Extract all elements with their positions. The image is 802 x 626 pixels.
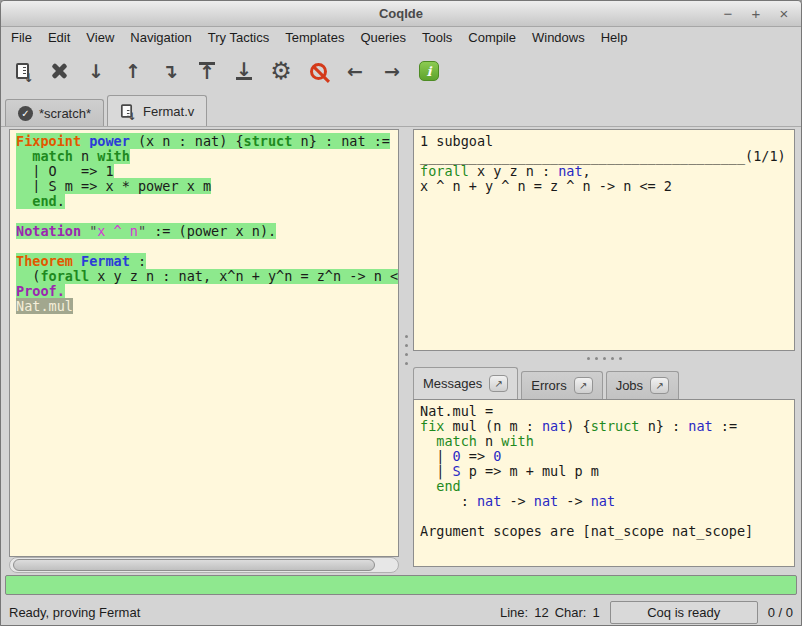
tab-errors[interactable]: Errors↗ [521,371,602,399]
previous-occurrence-button[interactable]: ← [340,54,370,88]
maximize-button[interactable]: + [749,5,763,22]
code-line: Argument scopes are [nat_scope nat_scope… [420,524,794,539]
editor-horizontal-scrollbar[interactable] [9,557,399,573]
unsaved-file-icon [121,104,132,118]
fully-check-button[interactable]: ⚙ [266,54,296,88]
arrow-down-icon: ↓ [88,60,104,82]
menu-tools[interactable]: Tools [414,27,460,49]
restart-button[interactable]: ↑ [192,54,222,88]
code-line: | S p => m + mul p m [420,464,794,479]
gear-icon: ⚙ [270,57,292,85]
arrow-down-to-bar-icon: ↓ [236,62,252,80]
go-to-cursor-button[interactable]: ↴ [155,54,185,88]
code-line: match n with [420,434,794,449]
menubar: FileEditViewNavigationTry TacticsTemplat… [1,27,801,49]
save-button[interactable] [7,54,37,88]
save-icon [16,63,29,79]
code-line [420,509,794,524]
code-line: 1 subgoal [420,134,794,149]
check-circle-icon: ✓ [18,106,33,121]
forward-one-command-button[interactable]: ↓ [81,54,111,88]
hook-arrow-icon: ↴ [162,60,178,82]
code-line: Nat.mul [16,299,398,314]
close-icon [51,63,67,79]
about-button[interactable]: i [414,54,444,88]
interrupt-icon [310,63,327,80]
menu-try-tactics[interactable]: Try Tactics [200,27,277,49]
line-label: Line: [500,605,528,620]
messages-panel[interactable]: Nat.mul =fix mul (n m : nat) {struct n} … [413,399,795,567]
tab-label: Jobs [616,378,643,393]
menu-queries[interactable]: Queries [352,27,414,49]
arrow-up-icon: ↑ [125,60,141,82]
code-line [16,239,398,254]
code-line: match n with [16,149,398,164]
code-line: Notation "x ^ n" := (power x n). [16,224,398,239]
char-label: Char: [555,605,587,620]
code-line: | S m => x * power x m [16,179,398,194]
tab-fermatv[interactable]: Fermat.v [107,95,207,126]
tab-messages[interactable]: Messages↗ [413,367,518,399]
tab-scratch[interactable]: ✓*scratch* [5,99,104,126]
coq-state-indicator: Coq is ready [610,601,758,624]
arrow-right-icon: → [384,60,400,82]
code-line: | 0 => 0 [420,449,794,464]
menu-compile[interactable]: Compile [460,27,524,49]
menu-view[interactable]: View [78,27,122,49]
menu-templates[interactable]: Templates [277,27,352,49]
interrupt-button[interactable] [303,54,333,88]
tab-label: *scratch* [39,106,91,121]
menu-navigation[interactable]: Navigation [122,27,199,49]
messages-code: Nat.mul =fix mul (n m : nat) {struct n} … [414,400,794,539]
script-editor-panel[interactable]: Fixpoint power (x n : nat) {struct n} : … [9,129,399,557]
goal-code: 1 subgoal_______________________________… [414,130,794,194]
minimize-button[interactable]: − [721,5,735,22]
code-line: (forall x y z n : nat, x^n + y^n = z^n -… [16,269,398,284]
info-bubble-icon: i [419,61,439,81]
command-counter: 0 / 0 [768,605,793,620]
detach-errors-button[interactable]: ↗ [574,377,593,394]
editor-code[interactable]: Fixpoint power (x n : nat) {struct n} : … [10,130,398,314]
progress-bar [5,575,797,595]
toolbar: ↓↑↴↑↓⚙←→i [1,49,801,93]
tab-label: Messages [423,376,482,391]
window-title: CoqIde [1,6,801,21]
code-line: Fixpoint power (x n : nat) {struct n} : … [16,134,398,149]
backward-one-command-button[interactable]: ↑ [118,54,148,88]
scrollbar-thumb[interactable] [13,559,375,571]
code-line: Proof. [16,284,398,299]
code-line: : nat -> nat -> nat [420,494,794,509]
char-value: 1 [592,605,599,620]
status-message: Ready, proving Fermat [9,605,500,620]
code-line: forall x y z n : nat, [420,164,794,179]
go-to-end-button[interactable]: ↓ [229,54,259,88]
window-controls: − + × [721,5,791,22]
menu-help[interactable]: Help [593,27,636,49]
code-line [16,209,398,224]
menu-windows[interactable]: Windows [524,27,593,49]
tab-label: Fermat.v [143,104,194,119]
messages-tabbar: Messages↗Errors↗Jobs↗ [413,365,795,399]
titlebar[interactable]: CoqIde − + × [1,1,801,27]
line-value: 12 [534,605,548,620]
vertical-splitter[interactable] [399,127,413,573]
goal-panel[interactable]: 1 subgoal_______________________________… [413,129,795,351]
arrow-up-to-bar-icon: ↑ [199,62,215,80]
detach-messages-button[interactable]: ↗ [489,375,508,392]
tab-jobs[interactable]: Jobs↗ [606,371,679,399]
code-line: ________________________________________… [420,149,794,164]
statusbar: Ready, proving Fermat Line: 12 Char: 1 C… [1,597,801,626]
arrow-left-icon: ← [347,60,363,82]
code-line: x ^ n + y ^ n = z ^ n -> n <= 2 [420,179,794,194]
menu-file[interactable]: File [3,27,40,49]
close-button[interactable] [44,54,74,88]
detach-jobs-button[interactable]: ↗ [650,377,669,394]
code-line: | O => 1 [16,164,398,179]
horizontal-splitter[interactable] [413,351,795,365]
close-window-button[interactable]: × [777,5,791,22]
tab-label: Errors [531,378,566,393]
menu-edit[interactable]: Edit [40,27,78,49]
next-occurrence-button[interactable]: → [377,54,407,88]
coqide-window: CoqIde − + × FileEditViewNavigationTry T… [0,0,802,626]
code-line: end [420,479,794,494]
